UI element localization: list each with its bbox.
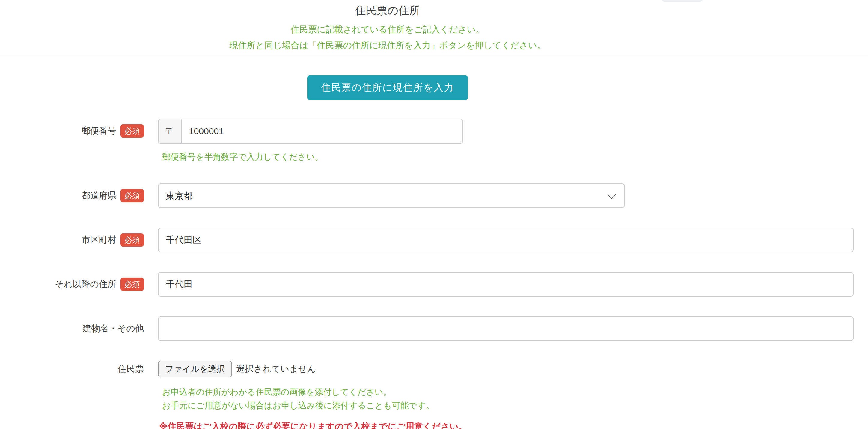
intro-line-1: 住民票に記載されている住所をご記入ください。 [0, 22, 775, 37]
address-after-label: それ以降の住所 [55, 278, 116, 290]
intro-text: 住民票に記載されている住所をご記入ください。 現住所と同じ場合は「住民票の住所に… [0, 22, 775, 53]
section-header: 住民票の住所 住民票に記載されている住所をご記入ください。 現住所と同じ場合は「… [0, 0, 775, 53]
building-control [158, 316, 854, 341]
postal-code-label-cell: 郵便番号 必須 [0, 119, 144, 143]
city-label-cell: 市区町村 必須 [0, 228, 144, 252]
resident-card-control: ファイルを選択 選択されていません お申込者の住所がわかる住民票の画像を添付して… [158, 361, 467, 429]
prefecture-select-wrap: 東京都 [158, 183, 625, 208]
resident-card-hint-1: お申込者の住所がわかる住民票の画像を添付してください。 [158, 385, 467, 399]
postal-code-hint: 郵便番号を半角数字で入力してください。 [158, 150, 463, 164]
building-label-cell: 建物名・その他 [0, 316, 144, 341]
page-title: 住民票の住所 [0, 4, 775, 18]
prefecture-select[interactable]: 東京都 [158, 183, 625, 208]
postal-code-control: 〒 郵便番号を半角数字で入力してください。 [158, 119, 463, 164]
required-badge: 必須 [121, 189, 144, 202]
cutoff-artifact [662, 0, 703, 2]
city-input[interactable] [158, 228, 854, 252]
postal-code-row: 郵便番号 必須 〒 郵便番号を半角数字で入力してください。 [0, 119, 868, 164]
copy-current-address-button[interactable]: 住民票の住所に現住所を入力 [307, 75, 468, 100]
prefecture-control: 東京都 [158, 183, 625, 208]
building-row: 建物名・その他 [0, 316, 868, 341]
city-row: 市区町村 必須 [0, 228, 868, 252]
resident-address-form: 住民票の住所に現住所を入力 郵便番号 必須 〒 郵便番号を半角数字で入力してくだ… [0, 56, 868, 429]
postal-code-label: 郵便番号 [82, 125, 116, 137]
required-badge: 必須 [121, 278, 144, 291]
prefecture-label: 都道府県 [82, 190, 116, 202]
resident-card-label-cell: 住民票 [0, 361, 144, 377]
required-badge: 必須 [121, 233, 144, 246]
resident-card-hints: お申込者の住所がわかる住民票の画像を添付してください。 お手元にご用意がない場合… [158, 385, 467, 412]
city-control [158, 228, 854, 252]
address-after-label-cell: それ以降の住所 必須 [0, 272, 144, 297]
address-after-row: それ以降の住所 必須 [0, 272, 868, 297]
building-input[interactable] [158, 316, 854, 341]
postal-code-input[interactable] [182, 119, 463, 143]
building-label: 建物名・その他 [83, 323, 144, 335]
city-label: 市区町村 [82, 234, 116, 246]
resident-card-row: 住民票 ファイルを選択 選択されていません お申込者の住所がわかる住民票の画像を… [0, 361, 868, 429]
prefecture-label-cell: 都道府県 必須 [0, 183, 144, 208]
file-status-text: 選択されていません [236, 363, 316, 375]
resident-card-hint-2: お手元にご用意がない場合はお申し込み後に添付することも可能です。 [158, 399, 467, 412]
postal-mark-prefix: 〒 [159, 119, 182, 143]
required-badge: 必須 [121, 124, 144, 137]
intro-line-2: 現住所と同じ場合は「住民票の住所に現住所を入力」ボタンを押してください。 [0, 37, 775, 53]
address-after-input[interactable] [158, 272, 854, 297]
choose-file-button[interactable]: ファイルを選択 [158, 361, 232, 377]
resident-card-note: ※住民票はご入校の際に必ず必要になりますので入校までにご用意ください。 [158, 421, 467, 429]
file-input-line: ファイルを選択 選択されていません [158, 361, 467, 377]
prefecture-row: 都道府県 必須 東京都 [0, 183, 868, 208]
copy-address-button-row: 住民票の住所に現住所を入力 [0, 75, 775, 100]
resident-card-label: 住民票 [118, 363, 144, 375]
address-after-control [158, 272, 854, 297]
postal-code-input-group: 〒 [158, 119, 463, 144]
